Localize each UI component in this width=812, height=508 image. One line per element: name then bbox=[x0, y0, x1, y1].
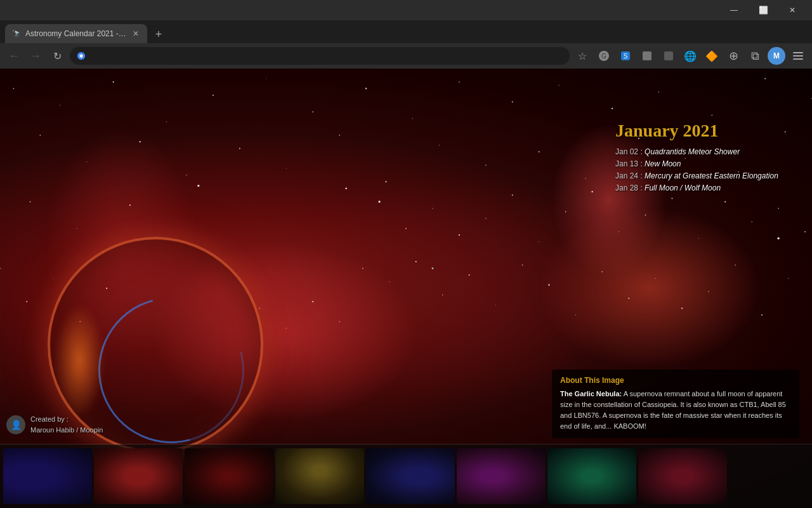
svg-point-63 bbox=[53, 278, 54, 279]
svg-point-46 bbox=[432, 208, 433, 209]
bookmark-icon[interactable]: ☆ bbox=[573, 47, 591, 65]
extensions-menu[interactable]: ⊕ bbox=[724, 47, 742, 65]
svg-point-77 bbox=[655, 278, 656, 279]
svg-point-85 bbox=[432, 267, 434, 269]
svg-point-25 bbox=[39, 135, 41, 136]
svg-point-89 bbox=[286, 328, 287, 328]
svg-point-50 bbox=[539, 241, 539, 242]
svg-point-59 bbox=[778, 208, 779, 209]
svg-point-68 bbox=[416, 261, 417, 262]
profile-avatar[interactable]: M bbox=[768, 47, 785, 65]
svg-point-62 bbox=[26, 301, 27, 302]
svg-point-78 bbox=[681, 307, 683, 309]
window-controls: — ⬜ ✕ bbox=[719, 0, 807, 20]
url-bar[interactable] bbox=[70, 47, 570, 65]
menu-button[interactable] bbox=[789, 47, 807, 65]
svg-point-29 bbox=[239, 148, 240, 149]
svg-point-41 bbox=[30, 201, 31, 203]
new-tab-button[interactable]: + bbox=[150, 25, 167, 43]
svg-point-22 bbox=[711, 115, 712, 116]
creator-icon: 👤 bbox=[6, 415, 25, 434]
svg-point-27 bbox=[139, 141, 140, 142]
thumbnail-3[interactable] bbox=[185, 448, 273, 504]
svg-point-49 bbox=[512, 194, 513, 196]
thumbnail-6[interactable] bbox=[457, 448, 546, 504]
svg-point-52 bbox=[591, 191, 593, 192]
thumbnail-strip bbox=[0, 444, 812, 508]
event-item-2: Jan 13 : New Moon bbox=[615, 159, 799, 168]
main-content: January 2021 Jan 02 : Quadrantids Meteor… bbox=[0, 69, 812, 508]
month-title: January 2021 bbox=[615, 121, 799, 141]
svg-point-69 bbox=[442, 295, 443, 295]
event-item-3: Jan 24 : Mercury at Greatest Eastern Elo… bbox=[615, 171, 799, 180]
svg-point-1 bbox=[79, 54, 82, 57]
svg-point-32 bbox=[385, 181, 386, 182]
svg-point-70 bbox=[469, 274, 470, 276]
svg-point-76 bbox=[628, 298, 629, 299]
back-button[interactable]: ← bbox=[5, 47, 23, 65]
extension-icon-5[interactable]: 🌐 bbox=[681, 47, 699, 65]
svg-point-19 bbox=[559, 85, 560, 86]
active-tab[interactable]: 🔭 Astronomy Calendar 2021 - By Moop... ✕ bbox=[5, 24, 147, 43]
about-title: About This Image bbox=[560, 376, 791, 385]
tab-close-button[interactable]: ✕ bbox=[131, 29, 141, 39]
creator-text: Created by : Maroun Habib / Moopin bbox=[30, 414, 103, 435]
svg-point-66 bbox=[362, 268, 363, 269]
extension-icon-4[interactable] bbox=[660, 47, 678, 65]
svg-point-14 bbox=[312, 111, 313, 112]
extensions-icon[interactable]: ⧉ bbox=[746, 47, 764, 65]
extension-icon-2[interactable]: S bbox=[617, 47, 634, 65]
event-name-1: Quadrantids Meteor Shower bbox=[645, 147, 740, 156]
svg-point-56 bbox=[698, 238, 699, 239]
reload-button[interactable]: ↻ bbox=[48, 47, 66, 65]
svg-point-90 bbox=[312, 301, 313, 302]
thumbnail-1[interactable] bbox=[3, 448, 92, 504]
event-name-4: Full Moon / Wolf Moon bbox=[645, 184, 721, 192]
thumbnail-8[interactable] bbox=[638, 448, 727, 504]
url-favicon bbox=[76, 51, 86, 61]
svg-point-81 bbox=[761, 314, 763, 316]
svg-point-36 bbox=[585, 178, 586, 178]
maximize-button[interactable]: ⬜ bbox=[749, 0, 778, 20]
svg-point-26 bbox=[86, 161, 87, 162]
svg-point-28 bbox=[186, 175, 187, 175]
svg-point-16 bbox=[412, 118, 413, 119]
thumbnail-7[interactable] bbox=[547, 448, 636, 504]
svg-text:G: G bbox=[601, 53, 606, 60]
event-date-3: Jan 24 bbox=[615, 171, 638, 180]
creator-credit: 👤 Created by : Maroun Habib / Moopin bbox=[6, 414, 103, 435]
thumbnail-5[interactable] bbox=[366, 448, 455, 504]
event-name-2: New Moon bbox=[645, 159, 681, 168]
svg-text:S: S bbox=[624, 53, 628, 60]
svg-point-31 bbox=[339, 135, 340, 136]
svg-point-35 bbox=[539, 151, 540, 152]
svg-point-10 bbox=[113, 81, 114, 83]
about-body: The Garlic Nebula: A supernova remnant a… bbox=[560, 389, 791, 432]
extension-icon-1[interactable]: G bbox=[595, 47, 613, 65]
svg-point-86 bbox=[777, 237, 779, 239]
address-bar-row: ← → ↻ ☆ G S 🌐 🔶 ⊕ ⧉ bbox=[0, 43, 812, 69]
minimize-button[interactable]: — bbox=[719, 0, 749, 20]
event-date-2: Jan 13 bbox=[615, 159, 638, 168]
svg-point-57 bbox=[724, 201, 726, 203]
svg-point-13 bbox=[266, 78, 266, 79]
about-text-nebula-name: The Garlic Nebula: bbox=[560, 390, 622, 398]
svg-point-61 bbox=[0, 268, 1, 269]
svg-point-9 bbox=[60, 105, 60, 105]
svg-point-91 bbox=[339, 321, 339, 322]
browser-window: — ⬜ ✕ 🔭 Astronomy Calendar 2021 - By Moo… bbox=[0, 0, 812, 508]
svg-point-82 bbox=[788, 278, 789, 279]
svg-point-17 bbox=[459, 81, 460, 83]
event-item-1: Jan 02 : Quadrantids Meteor Shower bbox=[615, 147, 799, 156]
thumbnail-2[interactable] bbox=[94, 448, 183, 504]
extension-icon-6[interactable]: 🔶 bbox=[703, 47, 721, 65]
extension-icon-3[interactable] bbox=[638, 47, 656, 65]
thumbnail-4[interactable] bbox=[275, 448, 364, 504]
svg-point-53 bbox=[619, 231, 619, 232]
nebula-orange-glow bbox=[54, 304, 105, 418]
svg-point-73 bbox=[548, 284, 549, 286]
svg-point-74 bbox=[575, 314, 576, 315]
close-button[interactable]: ✕ bbox=[778, 0, 807, 20]
svg-point-55 bbox=[671, 198, 672, 199]
forward-button[interactable]: → bbox=[27, 47, 44, 65]
